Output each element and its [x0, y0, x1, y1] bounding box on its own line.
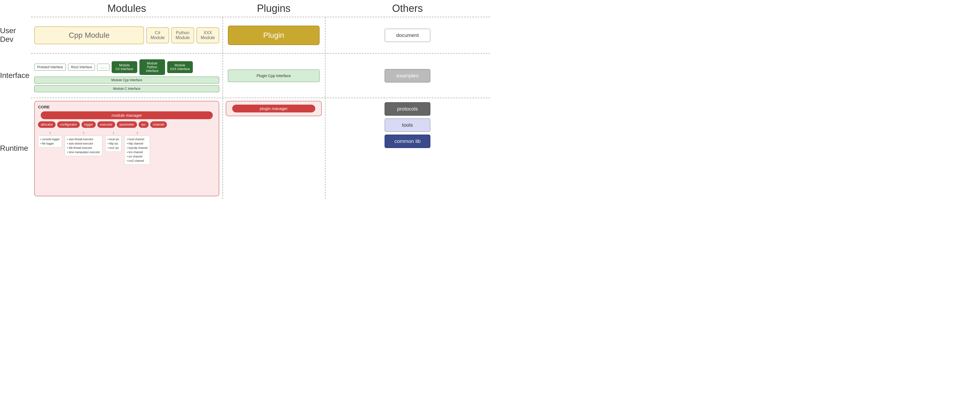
channel-item-5: sm channel	[127, 154, 148, 159]
channel-badge: channel	[150, 121, 167, 128]
user-dev-row: Cpp Module C#Module PythonModule XXXModu…	[31, 17, 490, 54]
cs-module-box: C#Module	[146, 27, 169, 43]
executor-detail: ↓ asio thread executor asio strand execu…	[65, 130, 102, 193]
modules-interface: Protobuf Interface Ros2 Interface .... .…	[31, 59, 223, 92]
channel-item-1: local channel	[127, 137, 148, 142]
module-python-iface: ModulePython Interface	[139, 59, 165, 75]
rpc-item-2: http rpc	[108, 142, 119, 146]
plugins-runtime: plugin manager	[223, 101, 325, 196]
modules-user-dev: Cpp Module C#Module PythonModule XXXModu…	[31, 26, 223, 44]
rpc-item-3: ros2 rpc	[108, 146, 119, 150]
ros2-iface: Ros2 Interface	[68, 64, 95, 71]
channel-item-3: tcp/udp channel	[127, 146, 148, 150]
others-interface: examples	[325, 69, 490, 83]
row-labels: User Dev Interface Runtime	[0, 0, 31, 199]
plugins-interface: Plugin Cpp Interface	[223, 70, 325, 82]
label-user-dev: User Dev	[0, 17, 31, 53]
channel-item-2: http channel	[127, 142, 148, 146]
module-manager-bar: module manager	[41, 111, 213, 119]
ellipsis-iface: .... ..	[97, 64, 109, 71]
logger-list: console logger file logger	[38, 135, 62, 148]
label-interface: Interface	[0, 53, 31, 98]
logger-badge: logger	[81, 121, 96, 128]
plugin-core-container: plugin manager	[226, 101, 322, 116]
logger-detail: ↓ console logger file logger	[38, 130, 62, 193]
core-container: CORE module manager allocator configurat…	[34, 101, 219, 196]
rpc-badge: rpc	[138, 121, 149, 128]
rpc-item-1: local rpc	[108, 137, 119, 142]
label-runtime: Runtime	[0, 98, 31, 199]
executor-item-3: tbb thread executor	[67, 146, 100, 150]
plugins-user-dev: Plugin	[223, 25, 325, 45]
full-layout: User Dev Interface Runtime Modules Plugi…	[0, 0, 490, 199]
header-row: Modules Plugins Others	[31, 0, 490, 17]
python-module-box: PythonModule	[171, 27, 194, 43]
channel-item-6: ros2 channel	[127, 159, 148, 163]
divider-2	[325, 17, 326, 199]
executor-item-1: asio thread executor	[67, 137, 100, 142]
executor-list: asio thread executor asio strand executo…	[65, 135, 102, 156]
arrow-logger: ↓	[49, 130, 51, 135]
logger-item-console: console logger	[40, 137, 60, 142]
interface-row1: Protobuf Interface Ros2 Interface .... .…	[34, 59, 219, 75]
executor-item-2: asio strand executor	[67, 142, 100, 146]
right-content: Modules Plugins Others Cpp Module C#Modu…	[31, 0, 490, 199]
logger-item-file: file logger	[40, 142, 60, 146]
document-box: document	[385, 29, 430, 42]
header-modules: Modules	[31, 3, 223, 14]
plugin-cpp-iface: Plugin Cpp Interface	[228, 70, 320, 82]
common-lib-box: common lib	[385, 135, 430, 148]
badges-row: allocator configurator logger executor p…	[38, 121, 215, 128]
plugin-manager-bar: plugin manager	[232, 105, 315, 113]
module-xxx-iface: ModuleXXX Interface	[167, 61, 193, 73]
rpc-detail: ↓ local rpc http rpc ros2 rpc	[105, 130, 122, 193]
cpp-module-box: Cpp Module	[34, 26, 144, 44]
details-flex: ↓ console logger file logger ↓ asio thre…	[38, 130, 215, 193]
module-cpp-iface: Module Cpp Interface	[34, 76, 219, 84]
protocols-box: protocols	[385, 102, 430, 116]
header-others: Others	[325, 3, 490, 14]
header-plugins: Plugins	[223, 3, 325, 14]
configurator-badge: configurator	[57, 121, 80, 128]
protobuf-iface: Protobuf Interface	[34, 64, 66, 71]
xxx-module-box: XXXModule	[196, 27, 219, 43]
plugin-box: Plugin	[228, 25, 320, 45]
modules-runtime: CORE module manager allocator configurat…	[31, 101, 223, 196]
main-rows: Cpp Module C#Module PythonModule XXXModu…	[31, 17, 490, 199]
channel-list: local channel http channel tcp/udp chann…	[124, 135, 150, 165]
examples-box: examples	[385, 69, 430, 83]
module-c-iface: Module C Interface	[34, 85, 219, 92]
divider-1	[223, 17, 223, 199]
rpc-list: local rpc http rpc ros2 rpc	[105, 135, 122, 152]
tools-box: tools	[385, 118, 430, 132]
others-runtime: protocols tools common lib	[325, 101, 490, 196]
module-cs-iface: ModuleC# Interface	[111, 61, 137, 73]
channel-item-4: lcm channel	[127, 150, 148, 154]
parameter-badge: parameter	[117, 121, 137, 128]
executor-badge: executor	[97, 121, 115, 128]
arrow-channel: ↓	[136, 130, 138, 135]
executor-item-4: time manipulator executor	[67, 150, 100, 154]
allocator-badge: allocator	[38, 121, 56, 128]
arrow-executor: ↓	[83, 130, 85, 135]
channel-detail: ↓ local channel http channel tcp/udp cha…	[124, 130, 150, 193]
interface-row: Protobuf Interface Ros2 Interface .... .…	[31, 54, 490, 98]
arrow-rpc: ↓	[112, 130, 115, 135]
core-title: CORE	[38, 105, 215, 109]
runtime-row: CORE module manager allocator configurat…	[31, 98, 490, 199]
others-user-dev: document	[325, 29, 490, 42]
